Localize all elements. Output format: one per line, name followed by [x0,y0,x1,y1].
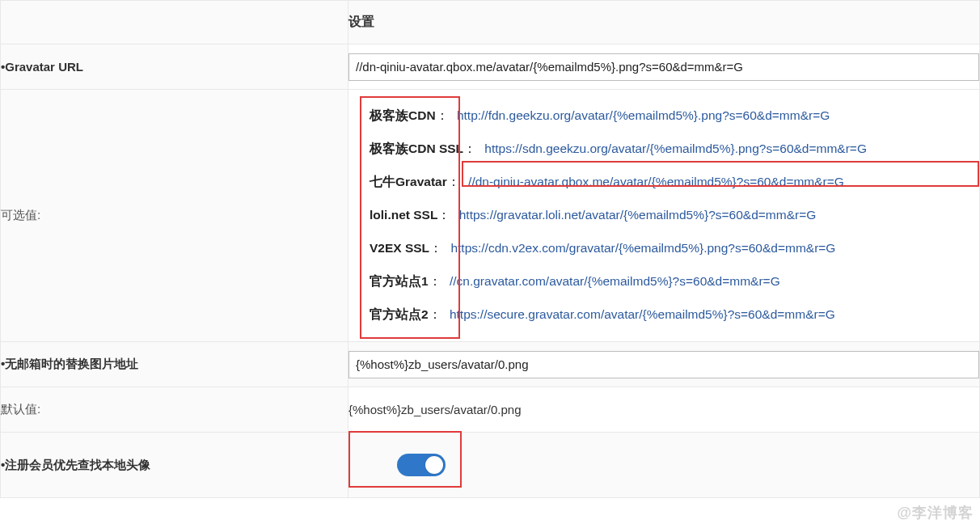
option-link-official-1[interactable]: //cn.gravatar.com/avatar/{%emailmd5%}?s=… [450,274,780,288]
row-optional-values: 可选值: 极客族CDN： http://fdn.geekzu.org/avata… [1,90,980,342]
header-settings: 设置 [348,1,980,44]
option-label: 极客族CDN SSL [370,142,463,155]
option-official-2: 官方站点2： https://secure.gravatar.com/avata… [370,306,979,323]
option-loli-net-ssl: loli.net SSL： https://gravatar.loli.net/… [370,207,979,224]
row-gravatar-url: •Gravatar URL [1,44,980,90]
options-wrap: 极客族CDN： http://fdn.geekzu.org/avatar/{%e… [348,90,979,341]
fallback-url-value-cell [348,342,980,387]
optional-values-label: 可选值: [1,90,348,342]
option-geekzu-cdn-ssl: 极客族CDN SSL： https://sdn.geekzu.org/avata… [370,141,979,158]
local-avatar-toggle[interactable] [397,454,446,476]
option-qiniu-gravatar: 七牛Gravatar： //dn-qiniu-avatar.qbox.me/av… [370,174,979,191]
fallback-url-label: •无邮箱时的替换图片地址 [1,342,348,387]
row-default-value: 默认值: {%host%}zb_users/avatar/0.png [1,387,980,433]
option-v2ex-ssl: V2EX SSL： https://cdn.v2ex.com/gravatar/… [370,240,979,257]
option-link-v2ex-ssl[interactable]: https://cdn.v2ex.com/gravatar/{%emailmd5… [450,241,835,255]
toggle-knob [425,456,443,474]
option-label: 极客族CDN [370,108,436,122]
local-avatar-value-cell [348,433,980,498]
option-link-loli-net-ssl[interactable]: https://gravatar.loli.net/avatar/{%email… [459,208,817,222]
option-geekzu-cdn: 极客族CDN： http://fdn.geekzu.org/avatar/{%e… [370,108,979,125]
option-label: loli.net SSL [370,208,437,222]
option-label: 七牛Gravatar [370,175,447,188]
gravatar-url-input[interactable] [348,53,979,81]
option-label: V2EX SSL [370,241,429,255]
fallback-url-input[interactable] [348,351,979,378]
row-fallback-url: •无邮箱时的替换图片地址 [1,342,980,387]
option-link-geekzu-cdn-ssl[interactable]: https://sdn.geekzu.org/avatar/{%emailmd5… [484,142,867,155]
toggle-wrap [394,450,449,480]
optional-values-cell: 极客族CDN： http://fdn.geekzu.org/avatar/{%e… [348,90,980,342]
local-avatar-label: •注册会员优先查找本地头像 [1,433,348,498]
option-link-qiniu-gravatar[interactable]: //dn-qiniu-avatar.qbox.me/avatar/{%email… [468,175,844,188]
option-label: 官方站点2 [370,307,429,321]
option-link-geekzu-cdn[interactable]: http://fdn.geekzu.org/avatar/{%emailmd5%… [457,108,830,122]
gravatar-url-label: •Gravatar URL [1,44,348,90]
header-blank [1,1,348,44]
row-local-avatar: •注册会员优先查找本地头像 [1,433,980,498]
default-value-text: {%host%}zb_users/avatar/0.png [348,387,980,433]
default-value-label: 默认值: [1,387,348,433]
option-link-official-2[interactable]: https://secure.gravatar.com/avatar/{%ema… [450,307,835,321]
gravatar-url-value-cell [348,44,980,90]
option-label: 官方站点1 [370,274,429,288]
settings-table: 设置 •Gravatar URL 可选值: 极客族CDN： http://fdn… [0,0,980,498]
table-header-row: 设置 [1,1,980,44]
option-official-1: 官方站点1： //cn.gravatar.com/avatar/{%emailm… [370,273,979,290]
